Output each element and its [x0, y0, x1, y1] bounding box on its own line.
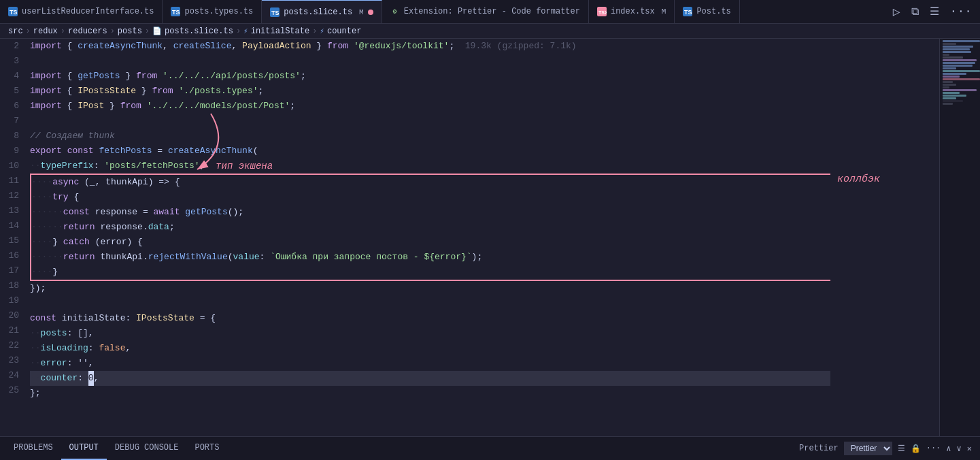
ts-icon4: TS	[683, 7, 692, 16]
tab-extension-prettier[interactable]: ⚙ Extension: Prettier - Code formatter	[382, 0, 589, 23]
breadcrumb-file[interactable]: posts.slice.ts	[165, 27, 233, 36]
minimap-line	[943, 76, 960, 78]
minimap	[939, 39, 980, 436]
minimap-line	[943, 89, 977, 91]
minimap-line	[943, 43, 956, 45]
format-icon[interactable]: ☰	[898, 444, 905, 454]
breadcrumb-counter[interactable]: counter	[327, 27, 361, 36]
code-content[interactable]: import { createAsyncThunk, createSlice, …	[24, 39, 830, 436]
tab-bar: TS userListReducerInterface.ts TS posts.…	[0, 0, 980, 24]
more-icon[interactable]: ···	[950, 5, 972, 18]
minimap-line	[943, 100, 963, 102]
minimap-line	[943, 81, 953, 83]
tab-label: userListReducerInterface.ts	[22, 7, 154, 16]
code-line-2: import { createAsyncThunk, createSlice, …	[30, 39, 830, 54]
tab-userlistreducer[interactable]: TS userListReducerInterface.ts	[0, 0, 163, 23]
minimap-line	[943, 70, 980, 72]
lock-icon[interactable]: 🔒	[911, 444, 921, 454]
editor-area: 2 3 4 5 6 7 8 9 10 11 12 13 14 15 16 17 …	[0, 39, 980, 436]
tab-problems-label: PROBLEMS	[14, 443, 53, 453]
tab-debug-label: DEBUG CONSOLE	[115, 443, 179, 453]
minimap-line	[943, 95, 966, 97]
callback-annotation: коллбэк	[837, 174, 880, 185]
minimap-line	[943, 40, 980, 42]
minimap-line	[943, 73, 966, 75]
tsx-icon: TSX	[597, 7, 607, 16]
modified-indicator2: M	[662, 7, 666, 16]
ellipsis-icon[interactable]: ···	[926, 444, 941, 453]
tab-label: Extension: Prettier - Code formatter	[404, 7, 580, 16]
unsaved-dot	[368, 10, 373, 15]
code-line-9: export const fetchPosts = createAsyncThu…	[30, 144, 830, 159]
code-line-14: ······return response.data;	[30, 220, 830, 235]
down-icon[interactable]: ∨	[957, 444, 962, 454]
breadcrumb-reducers[interactable]: reducers	[68, 27, 107, 36]
tab-actions: ▷ ⧉ ☰ ···	[885, 4, 980, 19]
svg-text:TS: TS	[271, 10, 280, 16]
svg-text:TS: TS	[10, 9, 18, 16]
breadcrumb-redux[interactable]: redux	[33, 27, 58, 36]
breadcrumb-posts[interactable]: posts	[118, 27, 142, 36]
code-line-18: });	[30, 281, 830, 296]
minimap-line	[943, 62, 975, 64]
svg-text:TSX: TSX	[598, 10, 607, 15]
sep4: ›	[145, 27, 150, 36]
breadcrumb-initialstate[interactable]: initialState	[251, 27, 309, 36]
minimap-line	[943, 103, 953, 105]
line-numbers: 2 3 4 5 6 7 8 9 10 11 12 13 14 15 16 17 …	[0, 39, 24, 436]
layout-icon[interactable]: ☰	[930, 5, 939, 18]
code-line-24: ··counter: 0,	[30, 371, 830, 386]
breadcrumb-src[interactable]: src	[8, 27, 23, 36]
breadcrumb: src › redux › reducers › posts › 📄 posts…	[0, 24, 980, 39]
run-icon[interactable]: ▷	[893, 4, 900, 19]
minimap-line	[943, 84, 956, 86]
tab-ports-label: PORTS	[195, 443, 219, 453]
ts-icon3: TS	[270, 7, 280, 17]
sep2: ›	[61, 27, 65, 36]
tab-ports[interactable]: PORTS	[186, 437, 227, 460]
minimap-line	[943, 78, 980, 80]
minimap-line	[943, 56, 963, 59]
ts-icon: TS	[8, 7, 18, 16]
code-line-3	[30, 54, 830, 69]
code-line-5: import { IPostsState } from './posts.typ…	[30, 84, 830, 99]
annotation-panel: коллбэк	[830, 39, 980, 436]
tab-problems[interactable]: PROBLEMS	[5, 437, 61, 460]
minimap-line	[943, 86, 949, 88]
close-icon[interactable]: ✕	[967, 444, 972, 454]
tab-output[interactable]: OUTPUT	[61, 437, 107, 460]
ext-icon: ⚙	[390, 7, 400, 16]
tab-postsslice[interactable]: TS posts.slice.ts M	[262, 0, 382, 23]
code-line-25: };	[30, 386, 830, 401]
tab-poststypes[interactable]: TS posts.types.ts	[163, 0, 262, 23]
minimap-line	[943, 51, 971, 53]
code-line-16: ······return thunkApi.rejectWithValue(va…	[30, 250, 830, 265]
minimap-line	[943, 97, 956, 99]
prettier-select[interactable]: Prettier	[844, 442, 892, 455]
minimap-line	[943, 65, 973, 67]
code-line-15: ····} catch (error) {	[30, 235, 830, 250]
svg-text:TS: TS	[684, 9, 692, 16]
split-icon[interactable]: ⧉	[911, 5, 919, 18]
code-line-22: ··isLoading: false,	[30, 341, 830, 356]
up-icon[interactable]: ∧	[946, 444, 951, 454]
minimap-line	[943, 59, 977, 61]
code-line-21: ··posts: [],	[30, 326, 830, 341]
tab-debug-console[interactable]: DEBUG CONSOLE	[107, 437, 187, 460]
code-line-11: ····async (_, thunkApi) => {	[30, 174, 830, 190]
tab-post-ts[interactable]: TS Post.ts	[675, 0, 739, 23]
modified-indicator: M	[359, 8, 364, 16]
sep5: ›	[236, 27, 241, 36]
code-line-4: import { getPosts } from '../../../api/p…	[30, 69, 830, 84]
file-icon: 📄	[152, 27, 162, 35]
tab-index-tsx[interactable]: TSX index.tsx M	[589, 0, 675, 23]
code-line-19	[30, 296, 830, 311]
code-line-7	[30, 114, 830, 129]
tab-label: Post.ts	[696, 7, 730, 16]
sep6: ›	[312, 27, 317, 36]
svg-text:TS: TS	[172, 9, 180, 16]
tab-label: posts.slice.ts	[284, 7, 352, 17]
bottom-right-actions: Prettier Prettier ☰ 🔒 ··· ∧ ∨ ✕	[799, 442, 980, 455]
sep3: ›	[110, 27, 115, 36]
bottom-panel: PROBLEMS OUTPUT DEBUG CONSOLE PORTS Pret…	[0, 436, 980, 460]
